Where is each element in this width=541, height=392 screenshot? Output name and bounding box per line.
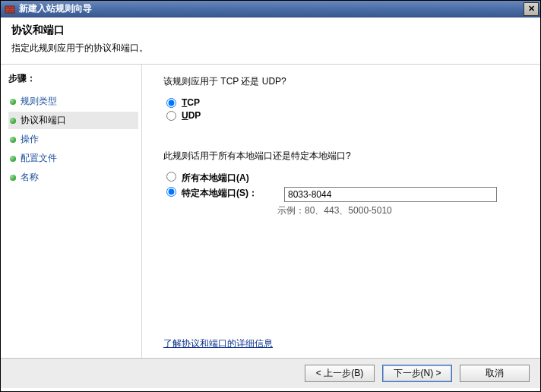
page-subtitle: 指定此规则应用于的协议和端口。 <box>11 42 530 55</box>
radio-all-ports[interactable] <box>166 172 176 182</box>
cancel-button[interactable]: 取消 <box>460 365 530 382</box>
learn-more-link[interactable]: 了解协议和端口的详细信息 <box>163 337 273 350</box>
titlebar: 新建入站规则向导 ✕ <box>1 1 540 17</box>
radio-udp-label: UDP <box>182 110 201 121</box>
step-label: 名称 <box>21 171 39 184</box>
bullet-icon <box>10 137 16 143</box>
radio-udp[interactable] <box>166 111 176 121</box>
radio-specific-ports-label: 特定本地端口(S)： <box>182 187 280 200</box>
bullet-icon <box>10 175 16 181</box>
radio-tcp[interactable] <box>166 98 176 108</box>
port-question: 此规则话用于所有本地端口还是特定本地端口? <box>163 150 519 163</box>
steps-heading: 步骤： <box>8 72 138 85</box>
radio-tcp-label: TCP <box>182 97 200 108</box>
step-profile[interactable]: 配置文件 <box>8 150 138 167</box>
wizard-header: 协议和端口 指定此规则应用于的协议和端口。 <box>1 17 540 65</box>
bullet-icon <box>10 156 16 162</box>
wizard-content: 该规则应用于 TCP 还是 UDP? TCP UDP 此规则话用于所有本地端口还… <box>142 65 540 358</box>
next-button[interactable]: 下一步(N) > <box>382 365 452 382</box>
wizard-footer: < 上一步(B) 下一步(N) > 取消 <box>1 358 540 388</box>
step-action[interactable]: 操作 <box>8 131 138 148</box>
wizard-sidebar: 步骤： 规则类型 协议和端口 操作 配置文件 名称 <box>1 65 142 358</box>
step-label: 协议和端口 <box>21 114 66 127</box>
step-label: 操作 <box>21 133 39 146</box>
radio-specific-ports[interactable] <box>166 187 176 197</box>
step-name[interactable]: 名称 <box>8 169 138 186</box>
step-rule-type[interactable]: 规则类型 <box>8 93 138 110</box>
radio-all-ports-row[interactable]: 所有本地端口(A) <box>166 172 519 185</box>
step-protocol-ports[interactable]: 协议和端口 <box>8 112 138 129</box>
step-label: 配置文件 <box>21 152 57 165</box>
step-label: 规则类型 <box>21 95 57 108</box>
back-button[interactable]: < 上一步(B) <box>305 365 375 382</box>
radio-specific-ports-row[interactable]: 特定本地端口(S)： <box>166 187 519 202</box>
protocol-question: 该规则应用于 TCP 还是 UDP? <box>163 75 519 88</box>
close-button[interactable]: ✕ <box>524 2 539 16</box>
bullet-icon <box>10 118 16 124</box>
firewall-icon <box>4 3 16 15</box>
port-example: 示例：80、443、5000-5010 <box>277 204 519 217</box>
radio-all-ports-label: 所有本地端口(A) <box>182 172 280 185</box>
specific-ports-input[interactable] <box>284 187 497 202</box>
window-title: 新建入站规则向导 <box>19 2 524 15</box>
radio-udp-row[interactable]: UDP <box>166 110 519 121</box>
radio-tcp-row[interactable]: TCP <box>166 97 519 108</box>
page-title: 协议和端口 <box>11 24 530 37</box>
bullet-icon <box>10 99 16 105</box>
